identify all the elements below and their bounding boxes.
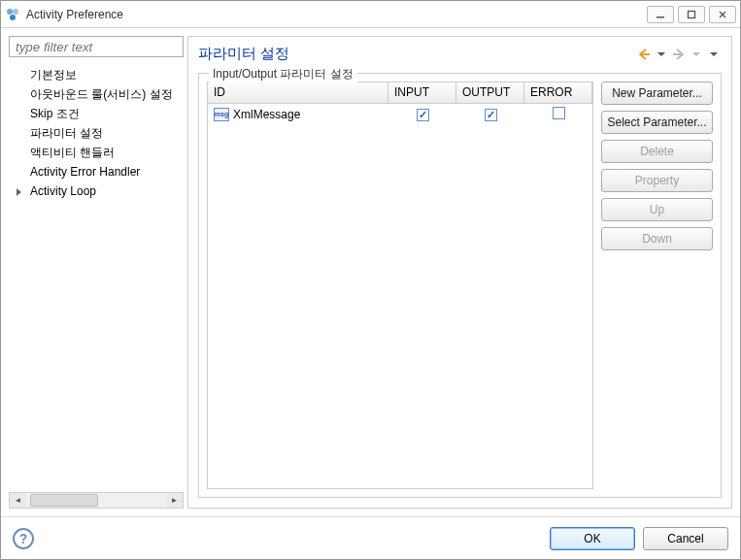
titlebar: Activity Preference — [1, 1, 740, 28]
minimize-button[interactable] — [647, 6, 674, 23]
row-id-text: XmlMessage — [233, 108, 300, 121]
scroll-thumb[interactable] — [30, 494, 98, 507]
property-button[interactable]: Property — [601, 169, 713, 192]
group-legend: Input/Output 파라미터 설정 — [209, 66, 357, 82]
svg-point-1 — [13, 9, 18, 15]
dialog-footer: ? OK Cancel — [1, 516, 740, 559]
ok-button[interactable]: OK — [550, 527, 635, 550]
forward-menu-icon[interactable] — [689, 47, 704, 62]
scroll-left-button[interactable]: ◄ — [10, 493, 26, 508]
parameter-table: ID INPUT OUTPUT ERROR msg XmlMessage — [207, 82, 593, 489]
select-parameter-button[interactable]: Select Parameter... — [601, 111, 713, 134]
svg-rect-3 — [657, 16, 664, 18]
input-checkbox[interactable] — [417, 109, 429, 121]
content-pane: 파라미터 설정 Input/Output 파라미터 설정 ID — [187, 36, 732, 509]
new-parameter-button[interactable]: New Parameter... — [601, 82, 713, 105]
back-icon[interactable] — [636, 47, 652, 62]
scroll-track[interactable] — [26, 493, 166, 508]
col-input[interactable]: INPUT — [388, 82, 456, 103]
col-output[interactable]: OUTPUT — [456, 82, 524, 103]
output-checkbox[interactable] — [485, 109, 497, 121]
tree-item-basic-info[interactable]: 기본정보 — [9, 65, 184, 84]
dialog-body: 기본정보 아웃바운드 룰(서비스) 설정 Skip 조건 파라미터 설정 액티비… — [1, 28, 740, 516]
col-error[interactable]: ERROR — [524, 82, 592, 103]
table-body: msg XmlMessage — [208, 104, 592, 488]
message-icon: msg — [214, 108, 229, 121]
back-menu-icon[interactable] — [654, 47, 669, 62]
filter-input[interactable] — [9, 36, 184, 57]
help-icon[interactable]: ? — [13, 528, 34, 549]
app-icon — [5, 7, 20, 22]
error-checkbox[interactable] — [553, 107, 565, 119]
maximize-button[interactable] — [678, 6, 705, 23]
tree-item-skip-condition[interactable]: Skip 조건 — [9, 104, 184, 123]
button-column: New Parameter... Select Parameter... Del… — [601, 82, 713, 489]
sidebar: 기본정보 아웃바운드 룰(서비스) 설정 Skip 조건 파라미터 설정 액티비… — [9, 36, 184, 509]
forward-icon[interactable] — [671, 47, 687, 62]
svg-point-2 — [10, 15, 16, 20]
delete-button[interactable]: Delete — [601, 140, 713, 163]
close-button[interactable] — [709, 6, 736, 23]
sidebar-hscrollbar[interactable]: ◄ ► — [9, 492, 184, 509]
svg-rect-4 — [689, 11, 695, 17]
table-header: ID INPUT OUTPUT ERROR — [208, 82, 592, 104]
up-button[interactable]: Up — [601, 198, 713, 221]
dropdown-menu-icon[interactable] — [706, 47, 722, 62]
svg-point-0 — [7, 9, 13, 15]
window-title: Activity Preference — [26, 8, 647, 21]
tree-item-activity-error-handler[interactable]: Activity Error Handler — [9, 162, 184, 181]
down-button[interactable]: Down — [601, 227, 713, 250]
scroll-right-button[interactable]: ► — [166, 493, 183, 508]
content-header: 파라미터 설정 — [188, 37, 731, 69]
col-id[interactable]: ID — [208, 82, 388, 103]
tree-item-parameter-setting[interactable]: 파라미터 설정 — [9, 123, 184, 143]
nav-tree: 기본정보 아웃바운드 룰(서비스) 설정 Skip 조건 파라미터 설정 액티비… — [9, 61, 184, 492]
tree-item-activity-handler[interactable]: 액티비티 핸들러 — [9, 143, 184, 162]
cancel-button[interactable]: Cancel — [643, 527, 728, 550]
tree-item-outbound-rule[interactable]: 아웃바운드 룰(서비스) 설정 — [9, 84, 184, 104]
page-title: 파라미터 설정 — [198, 45, 634, 63]
parameter-groupbox: Input/Output 파라미터 설정 ID INPUT OUTPUT ERR… — [198, 73, 722, 498]
table-row[interactable]: msg XmlMessage — [208, 104, 592, 124]
tree-item-activity-loop[interactable]: Activity Loop — [9, 181, 184, 201]
